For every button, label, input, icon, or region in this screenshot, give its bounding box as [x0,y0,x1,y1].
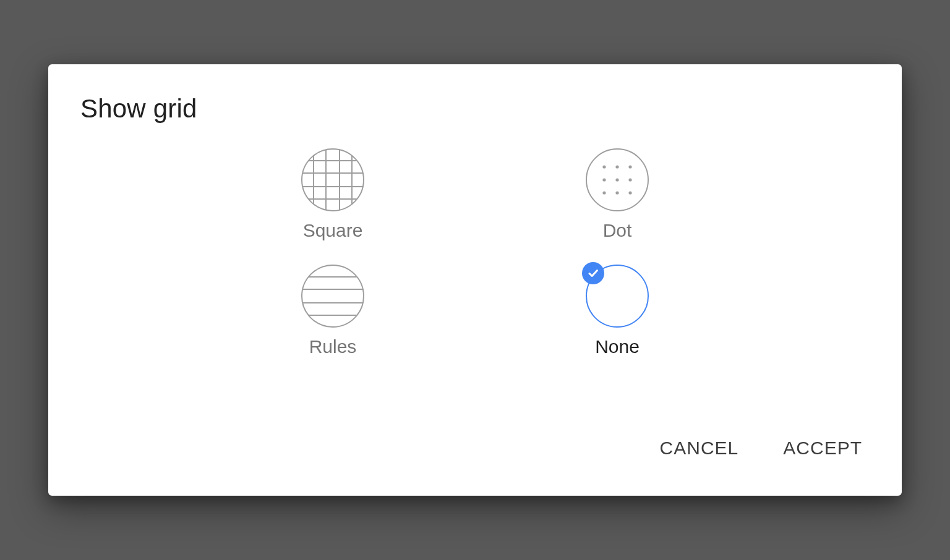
svg-point-14 [602,178,606,181]
square-grid-icon [301,148,364,211]
svg-point-17 [602,191,606,194]
svg-point-19 [628,191,631,194]
svg-point-12 [615,165,618,168]
grid-dialog: Show grid [48,64,902,496]
svg-point-18 [615,191,618,194]
svg-point-21 [302,265,364,327]
svg-point-11 [602,165,606,168]
option-label: Dot [603,220,632,241]
svg-point-13 [628,165,631,168]
none-grid-icon [586,265,649,328]
cancel-button[interactable]: CANCEL [655,435,744,461]
svg-point-1 [302,149,364,211]
option-dot[interactable]: Dot [475,148,760,241]
check-icon [582,262,604,284]
option-rules[interactable]: Rules [190,265,475,357]
option-none[interactable]: None [475,265,760,357]
accept-button[interactable]: ACCEPT [778,435,867,461]
option-label: Square [303,220,363,241]
option-label: None [595,336,640,357]
dialog-title: Show grid [80,94,870,124]
option-square[interactable]: Square [190,148,475,241]
dialog-actions: CANCEL ACCEPT [655,435,867,461]
dot-grid-icon [586,148,649,211]
grid-options: Square [190,148,760,357]
rules-grid-icon [301,265,364,328]
option-label: Rules [309,336,357,357]
svg-point-15 [615,178,618,181]
svg-point-16 [628,178,631,181]
